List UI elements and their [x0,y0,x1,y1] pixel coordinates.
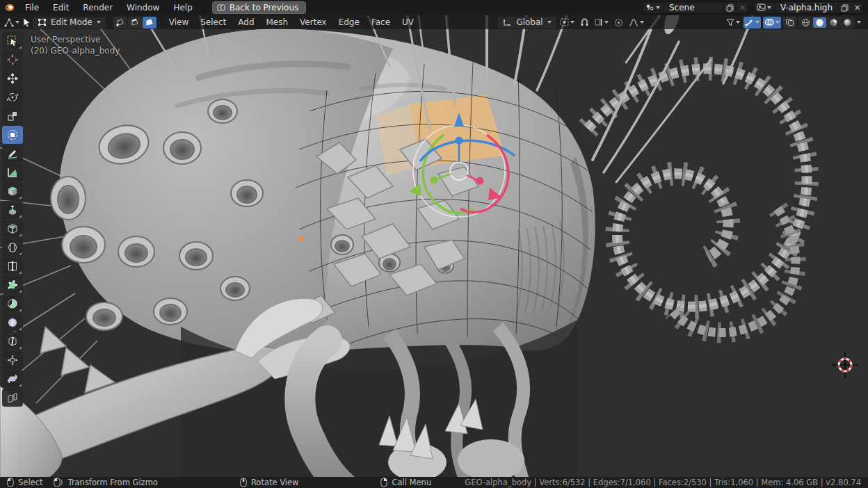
tool-inset-faces[interactable] [2,220,23,238]
hint-call-menu: Call Menu [380,478,431,487]
shading-options-chevron[interactable] [857,21,861,24]
tool-shrink-fatten[interactable] [2,351,23,369]
scene-name: Scene [664,3,723,13]
tool-cursor[interactable] [2,51,23,69]
middle-mouse-icon [240,478,247,487]
hint-select-label: Select [18,478,42,487]
mode-dropdown[interactable]: Edit Mode [33,17,106,29]
show-overlays-toggle[interactable] [763,17,781,29]
back-to-previous-button[interactable]: Back to Previous [212,1,307,14]
show-gizmos-toggle[interactable] [744,17,761,29]
viewport-header: Edit Mode View Select Add Mesh Vertex Ed… [0,15,868,29]
blender-logo-icon[interactable] [0,3,18,13]
top-menu-bar: File Edit Render Window Help Back to Pre… [0,0,868,15]
mode-label: Edit Mode [51,17,93,27]
view-layer-new-icon[interactable] [838,2,851,13]
hint-transform-gizmo: Transform From Gizmo [54,478,157,487]
tool-transform[interactable] [2,126,23,144]
view-layer-selector[interactable]: V-alpha.high ✕ [753,1,864,14]
face-select-button[interactable] [143,17,156,29]
magnet-icon [580,18,589,27]
vertex-select-button[interactable] [113,17,127,29]
tool-loop-cut[interactable] [2,257,23,275]
gizmo-z-handle[interactable] [456,137,463,145]
menu-file[interactable]: File [18,0,46,15]
transform-orientation-dropdown[interactable]: Global [498,17,556,29]
active-object-label: (20) GEO-alpha_body [31,46,120,56]
snap-target-dropdown[interactable] [593,17,610,29]
tool-select-box[interactable] [2,32,23,50]
tool-smooth[interactable] [2,314,23,332]
tool-annotate[interactable] [2,145,23,163]
hint-call-menu-label: Call Menu [392,478,431,487]
shading-rendered-button[interactable] [841,17,854,28]
hint-transform-gizmo-label: Transform From Gizmo [67,478,157,487]
menu-render[interactable]: Render [76,0,120,15]
shading-wireframe-button[interactable] [799,17,812,28]
edit-mode-icon [38,18,47,26]
left-mouse-drag-icon [54,478,63,487]
orientation-label: Global [516,17,542,27]
tool-edge-slide[interactable] [2,332,23,350]
edge-select-button[interactable] [128,17,142,29]
filter-funnel-icon [726,18,734,26]
viewport-menu-uv[interactable]: UV [397,15,419,29]
shading-mode-group [798,17,855,29]
scene-statistics: GEO-alpha_body | Verts:6/532 | Edges:7/1… [465,478,861,487]
orientation-axes-icon [503,18,512,26]
editor-type-button[interactable] [3,17,21,29]
scene-selector[interactable]: Scene ✕ [642,1,749,14]
hint-select: Select [7,478,42,487]
proportional-editing-button[interactable] [612,17,625,29]
scene-unlink-icon[interactable]: ✕ [736,2,748,13]
hint-rotate-view-label: Rotate View [251,478,299,487]
view-perspective-label: User Perspective [31,35,101,44]
viewport-menu-add[interactable]: Add [233,15,259,29]
view-layer-icon [757,3,766,12]
tool-move[interactable] [2,70,23,88]
xray-icon [785,18,794,26]
tool-bevel[interactable] [2,238,23,257]
snap-toggle-button[interactable] [578,17,591,29]
tool-shear[interactable] [2,370,23,388]
gizmo-y-handle[interactable] [431,177,438,184]
proportional-falloff-dropdown[interactable] [627,17,645,29]
back-arrow-icon [217,4,225,11]
object-visibility-dropdown[interactable] [725,17,741,29]
gizmo-x-handle[interactable] [476,177,484,185]
menu-help[interactable]: Help [166,0,199,15]
viewport-menu-select[interactable]: Select [195,15,231,29]
tool-rip-region[interactable] [2,389,23,407]
tool-measure[interactable] [2,163,23,181]
falloff-curve-icon [629,18,638,26]
menu-window[interactable]: Window [120,0,166,15]
menu-edit[interactable]: Edit [46,0,76,15]
scene-new-copy-icon[interactable] [723,2,736,13]
tool-rotate[interactable] [2,88,23,106]
tool-poly-build[interactable] [2,276,23,294]
left-mouse-icon [7,478,14,487]
viewport-menu-vertex[interactable]: Vertex [295,15,332,29]
status-bar: Select Transform From Gizmo Rotate View … [0,477,868,488]
tool-scale[interactable] [2,107,23,125]
pivot-point-dropdown[interactable] [558,17,576,29]
view-layer-remove-icon[interactable]: ✕ [851,2,863,13]
shading-material-button[interactable] [827,17,840,28]
shading-solid-button[interactable] [813,17,826,28]
xray-toggle[interactable] [783,17,796,29]
tool-shelf [2,32,23,407]
selected-vertex [298,236,303,241]
viewport-menu-view[interactable]: View [164,15,193,29]
tool-add-cube[interactable] [2,182,23,200]
mouse-pointer [23,17,31,27]
right-mouse-icon [380,478,387,487]
viewport-3d-scene[interactable] [0,0,868,488]
viewport-menu-mesh[interactable]: Mesh [262,15,294,29]
viewport-menu-face[interactable]: Face [367,15,395,29]
viewport-menu-edge[interactable]: Edge [334,15,364,29]
view-layer-name: V-alpha.high [775,3,838,13]
tool-spin[interactable] [2,295,23,313]
tool-extrude-region[interactable] [2,201,23,219]
back-button-label: Back to Previous [230,3,299,13]
scene-icon [645,3,654,12]
